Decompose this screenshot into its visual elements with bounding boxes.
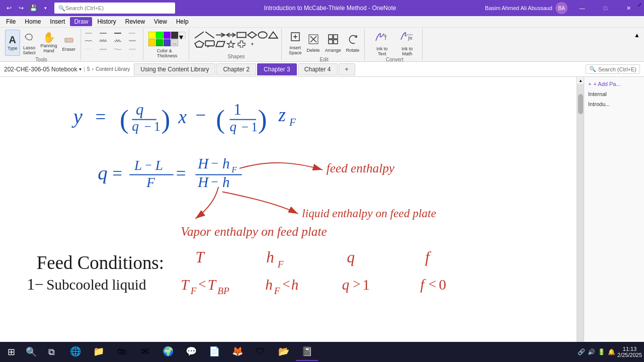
- shape-star[interactable]: [226, 40, 236, 48]
- color-expand[interactable]: ▾: [179, 32, 186, 39]
- ink-to-math-button[interactable]: ∫π Ink toMath: [395, 30, 419, 56]
- line-tool-7[interactable]: [113, 37, 122, 44]
- redo-button[interactable]: ↪: [16, 3, 26, 13]
- scroll-track[interactable]: [577, 84, 584, 348]
- taskbar-teams[interactable]: 💬: [180, 343, 202, 361]
- eraser-button[interactable]: Eraser: [60, 30, 78, 56]
- add-page-button[interactable]: + + Add Pa...: [586, 79, 623, 89]
- color-purple[interactable]: [164, 32, 171, 39]
- color-yellow2[interactable]: [148, 39, 155, 46]
- task-view-button[interactable]: ⧉: [42, 343, 60, 361]
- shape-diamond[interactable]: [247, 31, 257, 39]
- expand-button[interactable]: ⤢: [636, 1, 643, 8]
- tab-chapter2[interactable]: Chapter 2: [216, 63, 256, 75]
- color-dark[interactable]: [171, 32, 178, 39]
- color-more[interactable]: ...: [171, 39, 178, 46]
- type-button[interactable]: A Type: [5, 30, 20, 56]
- taskbar-firefox[interactable]: 🦊: [226, 343, 249, 361]
- intro-link[interactable]: Introdu...: [586, 99, 612, 109]
- scroll-thumb[interactable]: [578, 94, 583, 114]
- notification-icon[interactable]: 🔔: [607, 348, 615, 356]
- taskbar-acrobat[interactable]: 📄: [203, 343, 225, 361]
- undo-button[interactable]: ↩: [4, 3, 14, 13]
- minimize-button[interactable]: —: [571, 0, 594, 16]
- menu-history[interactable]: History: [93, 17, 120, 26]
- shape-double-arrow[interactable]: [226, 31, 236, 39]
- taskbar-store[interactable]: 🛍: [111, 343, 133, 361]
- line-tool-1[interactable]: [84, 30, 93, 37]
- note-content[interactable]: y = ( q q − 1 ) x − ( 1: [0, 77, 577, 355]
- tab-content-library[interactable]: Using the Content Library: [134, 63, 215, 75]
- svg-text:=: =: [112, 164, 122, 184]
- shape-arrow-right[interactable]: [215, 31, 225, 39]
- menu-draw[interactable]: Draw: [70, 17, 92, 26]
- tab-chapter3[interactable]: Chapter 3: [257, 63, 297, 75]
- search-notebooks[interactable]: 🔍 Search (Ctrl+E): [586, 64, 640, 74]
- insert-space-button[interactable]: InsertSpace: [287, 30, 304, 56]
- start-button[interactable]: ⊞: [2, 343, 20, 361]
- shape-plus[interactable]: [236, 40, 247, 48]
- color-blue-violet[interactable]: [164, 39, 171, 46]
- taskbar: ⊞ 🔍 ⧉ 🌐 📁 🛍 ✉ 🌍 💬 📄 🦊 🛡 📂 📓 🔗 🔊 🔋 🔔 11:1…: [0, 342, 644, 362]
- color-yellow[interactable]: [148, 32, 155, 39]
- line-tool-5[interactable]: [84, 37, 93, 44]
- ribbon-collapse-button[interactable]: ▲: [632, 30, 642, 41]
- arrange-label: Arrange: [325, 48, 341, 53]
- taskbar-onenote[interactable]: 📓: [296, 343, 318, 361]
- shape-circle[interactable]: [258, 31, 268, 39]
- line-tool-11[interactable]: [113, 46, 122, 53]
- clock[interactable]: 11:13 2/25/2025: [617, 346, 642, 358]
- menu-review[interactable]: Review: [121, 17, 149, 26]
- lasso-button[interactable]: LassoSelect: [21, 30, 38, 56]
- taskbar-chrome[interactable]: 🌍: [157, 343, 179, 361]
- rotate-button[interactable]: Rotate: [344, 30, 362, 56]
- shape-more[interactable]: ▾: [247, 40, 257, 48]
- menu-home[interactable]: Home: [21, 17, 45, 26]
- delete-button[interactable]: Delete: [305, 30, 322, 56]
- menu-help[interactable]: Help: [172, 17, 193, 26]
- tools-row: A Type LassoSelect ✋ PanningHand Eraser: [5, 30, 77, 56]
- line-tool-2[interactable]: [99, 30, 108, 37]
- svg-text:=: =: [176, 164, 186, 184]
- shape-diagonal-2[interactable]: [205, 31, 215, 39]
- menu-file[interactable]: File: [2, 17, 20, 26]
- color-thickness-button[interactable]: Color &Thickness: [155, 47, 180, 59]
- color-lime[interactable]: [156, 32, 163, 39]
- line-tool-3[interactable]: [113, 30, 122, 37]
- menu-insert[interactable]: Insert: [46, 17, 69, 26]
- taskbar-explorer[interactable]: 📁: [88, 343, 110, 361]
- svg-rect-14: [237, 32, 246, 37]
- arrange-button[interactable]: Arrange: [323, 30, 343, 56]
- shape-callout[interactable]: [205, 40, 215, 48]
- svg-text:f: f: [420, 277, 426, 293]
- color-green[interactable]: [156, 39, 163, 46]
- internal-link[interactable]: Internal: [586, 89, 609, 99]
- line-tool-8[interactable]: [128, 37, 137, 44]
- line-tool-9[interactable]: [84, 46, 93, 53]
- shape-pentagon[interactable]: [194, 40, 204, 48]
- line-tool-6[interactable]: [99, 37, 108, 44]
- tab-add[interactable]: +: [339, 63, 355, 75]
- tab-chapter4[interactable]: Chapter 4: [298, 63, 338, 75]
- search-taskbar-button[interactable]: 🔍: [22, 343, 40, 361]
- shape-parallelogram[interactable]: [215, 40, 225, 48]
- dropdown-button[interactable]: ▾: [40, 3, 50, 13]
- scroll-up-button[interactable]: ▲: [577, 77, 584, 84]
- panning-button[interactable]: ✋ PanningHand: [39, 30, 59, 56]
- shape-rect[interactable]: [236, 31, 247, 39]
- taskbar-files[interactable]: 📂: [273, 343, 295, 361]
- maximize-button[interactable]: □: [594, 0, 617, 16]
- search-bar[interactable]: 🔍: [54, 3, 175, 14]
- menu-view[interactable]: View: [150, 17, 171, 26]
- save-button[interactable]: 💾: [28, 3, 38, 13]
- taskbar-shield[interactable]: 🛡: [250, 343, 272, 361]
- line-tool-12[interactable]: [128, 46, 137, 53]
- taskbar-edge[interactable]: 🌐: [64, 343, 87, 361]
- line-tool-4[interactable]: [128, 30, 137, 37]
- search-input[interactable]: [65, 5, 171, 11]
- ink-to-text-button[interactable]: T Ink toText: [370, 30, 394, 56]
- line-tool-10[interactable]: [99, 46, 108, 53]
- taskbar-mail[interactable]: ✉: [134, 343, 156, 361]
- shape-triangle[interactable]: [268, 31, 278, 39]
- shape-diagonal-1[interactable]: [194, 31, 204, 39]
